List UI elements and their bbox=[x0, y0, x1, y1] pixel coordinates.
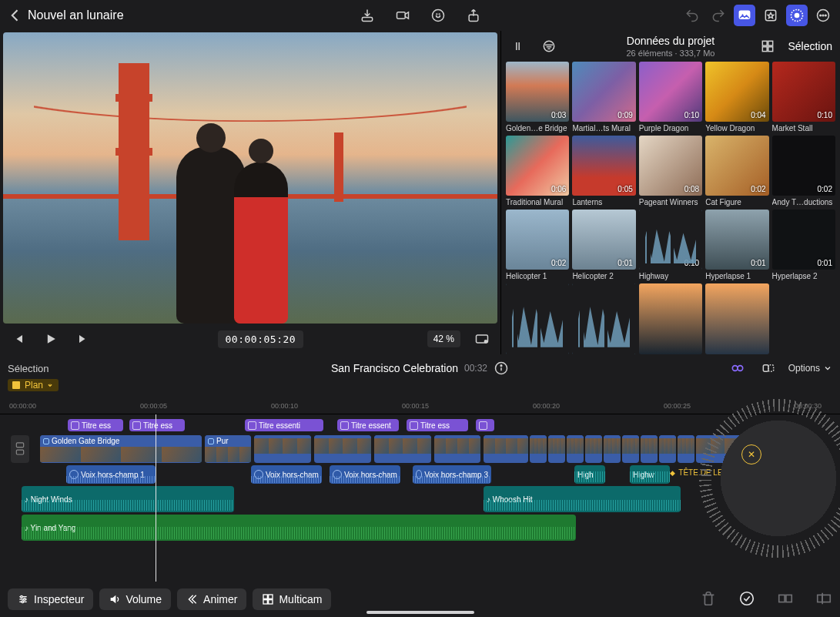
voiceover-icon[interactable] bbox=[427, 5, 449, 26]
timeline-ruler[interactable]: 00:00:0000:00:0500:00:1000:00:1500:00:20… bbox=[0, 399, 840, 414]
title-clip[interactable]: Titre essenti bbox=[245, 419, 323, 431]
inspector-button[interactable]: Inspecteur bbox=[8, 588, 93, 610]
media-clip[interactable]: 0:03Golden…e Bridge bbox=[506, 62, 569, 132]
media-clip[interactable]: 0:10Market Stall bbox=[772, 62, 835, 132]
title-clip[interactable]: Titre essent bbox=[337, 419, 399, 431]
video-clip[interactable]: Golden Gate Bridge bbox=[40, 435, 202, 463]
multicam-button[interactable]: Multicam bbox=[253, 588, 331, 610]
media-clip[interactable]: 0:01Helicopter 2 bbox=[572, 210, 635, 280]
sidebar-toggle-icon[interactable] bbox=[509, 35, 530, 57]
jog-wheel-icon[interactable] bbox=[786, 5, 808, 26]
undo-icon[interactable] bbox=[681, 5, 703, 26]
timeline-index-thumb[interactable] bbox=[11, 435, 29, 463]
title-clip[interactable]: Titre ess bbox=[407, 419, 468, 431]
timeline-tracks[interactable]: Titre essTitre essTitre essentiTitre ess… bbox=[0, 414, 840, 582]
video-clip[interactable] bbox=[604, 435, 621, 463]
video-clip[interactable] bbox=[567, 435, 584, 463]
content-library-icon[interactable] bbox=[760, 5, 781, 26]
media-clip[interactable] bbox=[705, 283, 768, 354]
svg-rect-26 bbox=[768, 47, 773, 52]
split-clip-icon[interactable] bbox=[777, 590, 794, 609]
media-clip[interactable]: 0:01Hyperlapse 2 bbox=[772, 210, 835, 280]
media-clip[interactable]: 0:01Hyperlapse 1 bbox=[705, 210, 768, 280]
video-clip[interactable] bbox=[548, 435, 565, 463]
media-clip[interactable] bbox=[639, 283, 702, 354]
media-clip[interactable]: 0:02Cat Figure bbox=[705, 136, 768, 206]
video-clip[interactable] bbox=[659, 435, 676, 463]
animate-button[interactable]: Animer bbox=[177, 588, 246, 610]
media-clip[interactable]: 0:02Helicopter 1 bbox=[506, 210, 569, 280]
clip-duration: 0:06 bbox=[551, 185, 566, 193]
redo-icon[interactable] bbox=[708, 5, 729, 26]
view-mode-icon[interactable] bbox=[757, 35, 778, 57]
video-clip[interactable] bbox=[374, 435, 431, 463]
import-icon[interactable] bbox=[356, 5, 378, 26]
trim-tool-icon[interactable] bbox=[815, 590, 832, 609]
svg-point-12 bbox=[820, 15, 822, 16]
video-clip[interactable]: Pur bbox=[205, 435, 251, 463]
clip-name: Market Stall bbox=[772, 124, 835, 132]
filter-icon[interactable] bbox=[538, 35, 560, 57]
viewer-timecode[interactable]: 00:00:05:20 bbox=[218, 330, 304, 348]
media-clip[interactable]: 0:10Purple Dragon bbox=[639, 62, 702, 132]
timeline-options-button[interactable]: Options bbox=[788, 363, 832, 374]
ruler-tick: 00:00:30 bbox=[795, 402, 822, 410]
camera-icon[interactable] bbox=[392, 5, 413, 26]
voiceover-clip[interactable]: Voix hors-champ 1 bbox=[66, 465, 156, 484]
video-clip[interactable] bbox=[622, 435, 639, 463]
media-clip[interactable] bbox=[572, 283, 635, 354]
video-clip[interactable] bbox=[585, 435, 602, 463]
jog-close-button[interactable]: ✕ bbox=[741, 444, 761, 464]
next-edit-icon[interactable] bbox=[72, 328, 94, 350]
media-browser-icon[interactable] bbox=[734, 5, 755, 26]
volume-button[interactable]: Volume bbox=[99, 588, 171, 610]
snapping-icon[interactable] bbox=[758, 357, 779, 379]
media-clip[interactable] bbox=[772, 283, 835, 354]
connected-clips-icon[interactable] bbox=[727, 357, 748, 379]
video-clip[interactable] bbox=[641, 435, 658, 463]
timeline-info-icon[interactable] bbox=[494, 360, 509, 376]
voiceover-clip[interactable]: Voix hors-cham bbox=[251, 465, 322, 484]
browser-select-label[interactable]: Sélection bbox=[788, 40, 832, 52]
share-icon[interactable] bbox=[463, 5, 484, 26]
video-clip[interactable] bbox=[314, 435, 371, 463]
voiceover-clip[interactable]: Voix hors-cham bbox=[330, 465, 400, 484]
play-button[interactable] bbox=[40, 328, 62, 350]
media-clip[interactable] bbox=[506, 283, 569, 354]
clip-duration: 0:02 bbox=[751, 185, 765, 193]
music-clip[interactable]: ♪ Yin and Yang bbox=[22, 515, 576, 541]
media-clip[interactable]: 0:08Pageant Winners bbox=[639, 136, 702, 206]
title-clip[interactable] bbox=[476, 419, 494, 431]
more-icon[interactable] bbox=[812, 5, 834, 26]
timeline-index-chip[interactable]: Plan bbox=[8, 379, 59, 391]
media-clip[interactable]: 0:04Yellow Dragon bbox=[705, 62, 768, 132]
media-clip[interactable]: 0:05Lanterns bbox=[572, 136, 635, 206]
title-clip[interactable]: Titre ess bbox=[129, 419, 185, 431]
video-clip[interactable] bbox=[530, 435, 547, 463]
video-clip[interactable] bbox=[254, 435, 311, 463]
playhead[interactable] bbox=[156, 414, 156, 582]
sfx-clip[interactable]: High bbox=[574, 465, 605, 484]
enable-clip-icon[interactable] bbox=[738, 590, 755, 609]
viewer-canvas[interactable] bbox=[3, 32, 497, 324]
sfx-clip[interactable]: ♪ bbox=[745, 486, 807, 512]
video-clip[interactable] bbox=[678, 435, 694, 463]
media-clip[interactable]: 0:06Traditional Mural bbox=[506, 136, 569, 206]
voiceover-clip[interactable]: Voix hors-champ 3 bbox=[413, 465, 491, 484]
media-clip[interactable]: 0:10Highway bbox=[639, 210, 702, 280]
viewer-display-options-icon[interactable] bbox=[471, 328, 493, 350]
sfx-clip[interactable]: ♪ Night Winds bbox=[22, 486, 234, 512]
title-clip[interactable]: Titre ess bbox=[68, 419, 123, 431]
clip-duration: 0:08 bbox=[684, 185, 699, 193]
viewer-zoom[interactable]: 42 % bbox=[427, 330, 460, 347]
delete-icon[interactable] bbox=[700, 590, 717, 609]
sfx-clip[interactable]: ♪ Whoosh Hit bbox=[484, 486, 681, 512]
back-button[interactable] bbox=[6, 5, 25, 26]
media-clip[interactable]: 0:09Martial…ts Mural bbox=[572, 62, 635, 132]
video-clip[interactable] bbox=[755, 435, 801, 463]
media-clip[interactable]: 0:02Andy T…ductions bbox=[772, 136, 835, 206]
video-clip[interactable] bbox=[434, 435, 480, 463]
sfx-clip[interactable]: Highw bbox=[630, 465, 670, 484]
video-clip[interactable] bbox=[484, 435, 528, 463]
prev-edit-icon[interactable] bbox=[8, 328, 29, 350]
